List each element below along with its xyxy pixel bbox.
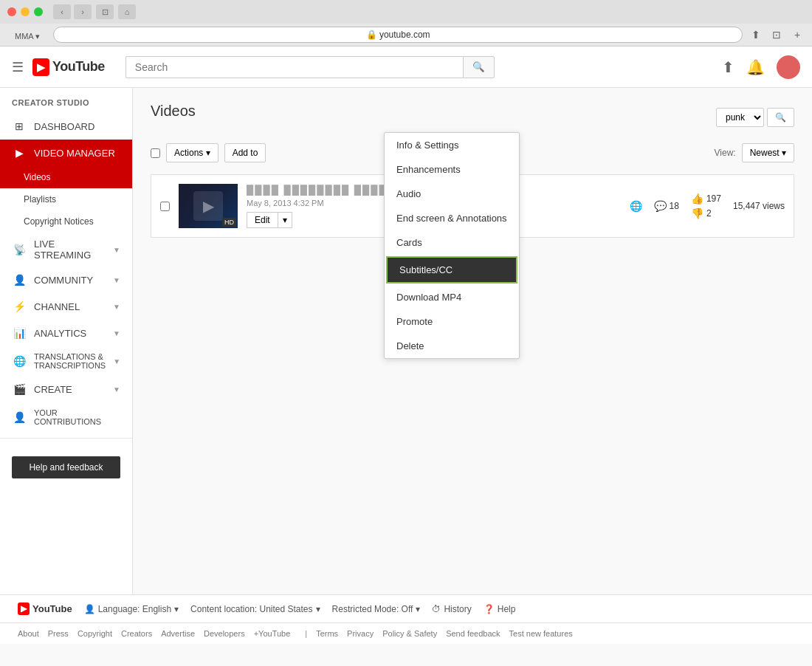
footer-history-label: History <box>444 604 471 614</box>
tab-label[interactable]: MMA ▾ <box>15 32 40 41</box>
sidebar-item-channel[interactable]: ⚡ CHANNEL ▼ <box>0 293 132 320</box>
hd-badge: HD <box>222 218 236 227</box>
restricted-chevron: ▾ <box>416 604 420 614</box>
sidebar-item-label: Copyright Notices <box>24 216 94 227</box>
analytics-icon: 📊 <box>12 326 27 340</box>
hamburger-menu[interactable]: ☰ <box>12 59 24 75</box>
newest-button[interactable]: Newest ▾ <box>742 143 794 162</box>
sidebar-item-label: YOUR CONTRIBUTIONS <box>34 408 120 426</box>
search-input[interactable] <box>125 56 463 78</box>
dashboard-icon: ⊞ <box>12 119 27 134</box>
footer-history[interactable]: ⏱ History <box>432 604 471 614</box>
dropdown-item-download[interactable]: Download MP4 <box>385 285 519 309</box>
footer-terms-link[interactable]: Terms <box>316 629 338 638</box>
address-bar[interactable]: 🔒 youtube.com <box>53 27 743 43</box>
dropdown-item-audio[interactable]: Audio <box>385 182 519 206</box>
tab-view-button[interactable]: ⊡ <box>96 4 114 19</box>
upload-icon[interactable]: ⬆ <box>722 58 734 76</box>
dropdown-item-enhancements[interactable]: Enhancements <box>385 157 519 182</box>
footer-logo[interactable]: ▶ YouTube <box>18 603 72 615</box>
select-all-checkbox[interactable] <box>151 148 160 158</box>
toolbar-icons: ⬆ ⊡ + <box>749 27 805 42</box>
footer-advertise-link[interactable]: Advertise <box>161 629 195 638</box>
footer-developers-link[interactable]: Developers <box>204 629 245 638</box>
dropdown-item-delete[interactable]: Delete <box>385 334 519 358</box>
sidebar-item-video-manager[interactable]: ▶ VIDEO MANAGER <box>0 140 132 166</box>
sidebar-item-playlists[interactable]: Playlists <box>0 188 132 210</box>
live-streaming-icon: 📡 <box>12 242 27 257</box>
footer-feedback-link[interactable]: Send feedback <box>446 629 500 638</box>
help-feedback-button[interactable]: Help and feedback <box>12 456 120 478</box>
edit-button[interactable]: Edit <box>247 212 278 228</box>
sidebar-item-live-streaming[interactable]: 📡 LIVE STREAMING ▼ <box>0 233 132 267</box>
sidebar-item-label: ANALYTICS <box>34 328 86 339</box>
traffic-light-yellow[interactable] <box>21 7 30 16</box>
user-avatar[interactable] <box>777 55 800 79</box>
youtube-logo-text: YouTube <box>52 59 105 75</box>
footer-help[interactable]: ❓ Help <box>484 604 516 614</box>
sidebar-item-label: CREATE <box>34 384 72 395</box>
footer-language-label: Language: English <box>98 604 171 614</box>
chevron-down-icon: ▼ <box>113 357 120 365</box>
browser-titlebar: ‹ › ⊡ ⌂ <box>0 0 812 24</box>
home-button[interactable]: ⌂ <box>118 4 136 19</box>
footer-plus-youtube-link[interactable]: +YouTube <box>254 629 291 638</box>
footer-language[interactable]: 👤 Language: English ▾ <box>84 604 179 614</box>
views-count: 15,447 views <box>733 201 785 211</box>
sidebar-item-label: LIVE STREAMING <box>34 238 106 261</box>
footer-about-link[interactable]: About <box>18 629 39 638</box>
subtitles-highlight-border: Subtitles/CC <box>386 256 517 284</box>
edit-dropdown-button[interactable]: ▾ <box>278 212 292 228</box>
back-button[interactable]: ‹ <box>53 4 71 19</box>
video-checkbox[interactable] <box>160 202 170 211</box>
dislikes-count: 2 <box>706 208 712 219</box>
sidebar-item-copyright[interactable]: Copyright Notices <box>0 210 132 233</box>
actions-button[interactable]: Actions ▾ <box>166 143 219 162</box>
video-manager-icon: ▶ <box>12 145 27 160</box>
sidebar-item-analytics[interactable]: 📊 ANALYTICS ▼ <box>0 320 132 346</box>
forward-button[interactable]: › <box>74 4 92 19</box>
add-to-button[interactable]: Add to <box>224 143 266 162</box>
notifications-icon[interactable]: 🔔 <box>746 58 765 76</box>
creator-studio-label: CREATOR STUDIO <box>0 88 132 113</box>
traffic-light-red[interactable] <box>7 7 16 16</box>
youtube-logo[interactable]: ▶ YouTube <box>32 58 105 76</box>
browser-nav-buttons: ‹ › <box>53 4 92 19</box>
main-layout: CREATOR STUDIO ⊞ DASHBOARD ▶ VIDEO MANAG… <box>0 88 812 594</box>
footer-links: About Press Copyright Creators Advertise… <box>0 622 812 644</box>
sidebar-divider <box>0 438 132 439</box>
footer-copyright-link[interactable]: Copyright <box>78 629 112 638</box>
footer-restricted-mode[interactable]: Restricted Mode: Off ▾ <box>332 604 421 614</box>
dropdown-item-cards[interactable]: Cards <box>385 230 519 255</box>
share-icon[interactable]: ⬆ <box>749 27 763 42</box>
footer-creators-link[interactable]: Creators <box>121 629 152 638</box>
dropdown-item-info[interactable]: Info & Settings <box>385 133 519 157</box>
sidebar-item-your-contributions[interactable]: 👤 YOUR CONTRIBUTIONS <box>0 402 132 432</box>
search-button[interactable]: 🔍 <box>463 56 495 78</box>
search-container: 🔍 <box>125 56 495 78</box>
filter-search-button[interactable]: 🔍 <box>767 108 794 127</box>
sidebar-item-dashboard[interactable]: ⊞ DASHBOARD <box>0 113 132 140</box>
community-icon: 👤 <box>12 272 27 287</box>
contributions-icon: 👤 <box>12 410 27 425</box>
dropdown-item-subtitles[interactable]: Subtitles/CC <box>388 258 516 282</box>
footer-press-link[interactable]: Press <box>48 629 69 638</box>
dropdown-item-end-screen[interactable]: End screen & Annotations <box>385 206 519 230</box>
footer-content-location[interactable]: Content location: United States ▾ <box>190 604 320 614</box>
sidebar-item-label: CHANNEL <box>34 301 80 312</box>
footer-test-features-link[interactable]: Test new features <box>509 629 573 638</box>
footer-privacy-link[interactable]: Privacy <box>347 629 374 638</box>
plus-icon[interactable]: + <box>790 27 805 42</box>
sidebar-item-create[interactable]: 🎬 CREATE ▼ <box>0 376 132 402</box>
actions-label: Actions ▾ <box>174 148 210 158</box>
dropdown-item-promote[interactable]: Promote <box>385 309 519 334</box>
traffic-light-green[interactable] <box>34 7 43 16</box>
filter-select[interactable]: punk <box>716 108 764 127</box>
sidebar-item-videos[interactable]: Videos <box>0 166 132 188</box>
footer-bar: ▶ YouTube 👤 Language: English ▾ Content … <box>0 594 812 622</box>
sidebar-item-translations[interactable]: 🌐 TRANSLATIONS &TRANSCRIPTIONS ▼ <box>0 346 132 376</box>
thumbs-down-icon: 👎 <box>691 207 703 219</box>
footer-policy-link[interactable]: Policy & Safety <box>382 629 437 638</box>
maximize-icon[interactable]: ⊡ <box>769 27 784 42</box>
sidebar-item-community[interactable]: 👤 COMMUNITY ▼ <box>0 267 132 293</box>
